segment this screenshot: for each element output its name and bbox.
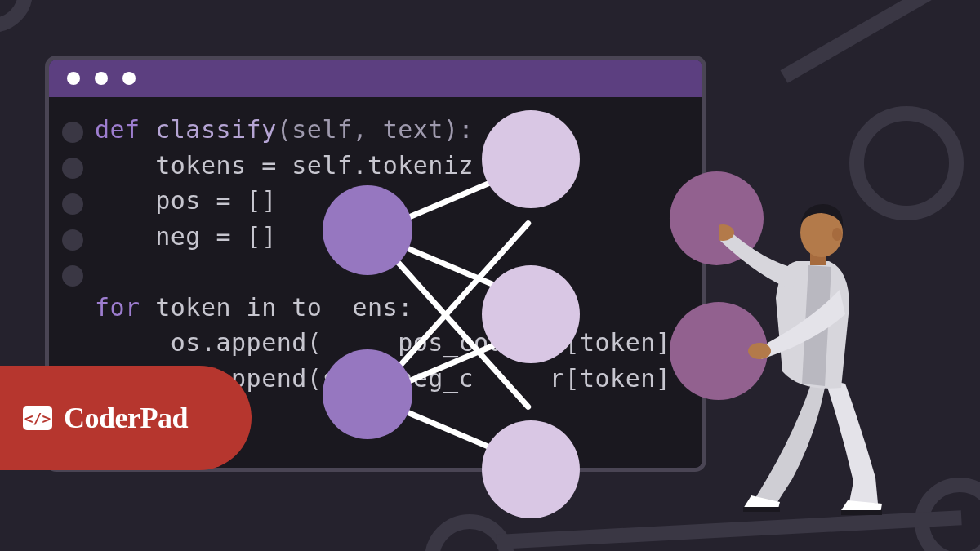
brand-name: CoderPad: [64, 401, 188, 435]
svg-rect-0: [743, 507, 780, 512]
code-line: tokens = self.tokeniz: [95, 151, 474, 180]
brand-badge: </> CoderPad: [0, 366, 252, 470]
person-illustration: [719, 184, 931, 527]
code-line: pos = []: [95, 186, 277, 215]
gutter-dot-icon: [62, 265, 83, 287]
traffic-light-zoom-icon[interactable]: [122, 72, 136, 85]
gutter-dot-icon: [62, 229, 83, 251]
net-node-input: [323, 185, 412, 275]
gutter-dot-icon: [62, 122, 83, 143]
svg-point-6: [832, 228, 842, 241]
net-node-output: [482, 420, 580, 518]
code-keyword: for: [95, 293, 140, 322]
code-line: token in to ens:: [140, 293, 413, 322]
code-line: neg = []: [95, 222, 277, 251]
gutter-dot-icon: [62, 158, 83, 179]
code-function-name: classify: [140, 115, 277, 144]
window-titlebar: [49, 60, 702, 97]
brand-logo-glyph: </>: [24, 410, 51, 427]
net-node-output: [482, 265, 580, 363]
traffic-light-minimize-icon[interactable]: [95, 72, 108, 85]
gutter-dot-icon: [62, 193, 83, 215]
brand-logo-icon: </>: [23, 406, 52, 430]
code-keyword: def: [95, 115, 140, 144]
svg-point-3: [748, 343, 771, 359]
code-params: (self, text):: [277, 115, 474, 144]
traffic-light-close-icon[interactable]: [67, 72, 80, 85]
net-node-output: [482, 110, 580, 208]
net-node-input: [323, 349, 412, 439]
bg-line-1: [781, 0, 981, 83]
bg-circle-4: [0, 0, 33, 33]
svg-rect-1: [841, 510, 882, 515]
